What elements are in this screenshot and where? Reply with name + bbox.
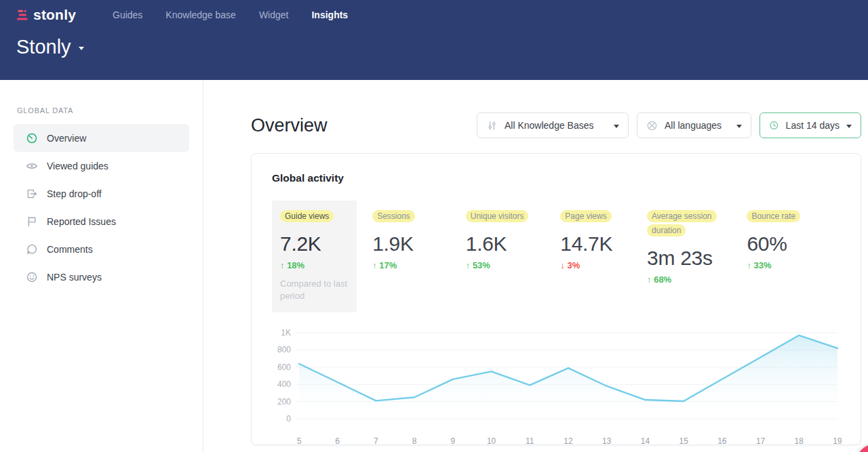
svg-text:600: 600 [277, 363, 291, 372]
date-range-dropdown[interactable]: Last 14 days [760, 112, 861, 138]
metric-page-views[interactable]: Page views 14.7K ↓ 3% [560, 201, 647, 270]
nav-item-knowledge-base[interactable]: Knowledge base [165, 9, 236, 20]
sidebar-item-nps-surveys[interactable]: NPS surveys [14, 263, 189, 291]
metric-unique-visitors[interactable]: Unique visitors 1.6K ↑ 53% [466, 201, 561, 270]
metric-delta: ↓ 3% [560, 260, 647, 270]
metric-value: 1.9K [372, 232, 466, 255]
svg-text:0: 0 [286, 414, 291, 424]
svg-text:6: 6 [335, 436, 340, 446]
svg-text:10: 10 [487, 436, 496, 446]
page-title: Overview [251, 115, 328, 136]
nav-item-widget[interactable]: Widget [259, 9, 289, 20]
svg-text:200: 200 [277, 397, 291, 407]
svg-text:11: 11 [526, 436, 534, 446]
nav-item-guides[interactable]: Guides [113, 9, 142, 20]
eye-icon [26, 160, 38, 172]
clock-icon [769, 119, 779, 131]
metric-label: Guide views [280, 210, 334, 222]
globe-icon [646, 120, 658, 131]
sidebar-item-label: Comments [47, 244, 93, 255]
svg-text:19: 19 [833, 436, 842, 446]
metric-delta: ↑ 18% [280, 260, 350, 270]
svg-text:15: 15 [679, 436, 688, 446]
stonly-logo[interactable]: stonly [16, 7, 96, 23]
svg-text:1K: 1K [281, 328, 291, 337]
svg-text:14: 14 [641, 436, 650, 446]
metric-delta: ↑ 33% [747, 260, 840, 270]
sidebar-item-label: Viewed guides [47, 161, 108, 171]
metric-delta: ↑ 68% [647, 274, 747, 285]
filters: All Knowledge Bases All languages [477, 112, 861, 138]
trend-arrow-icon: ↓ [560, 260, 565, 270]
top-header: stonly Guides Knowledge base Widget Insi… [0, 0, 868, 80]
sidebar-item-label: Step drop-off [47, 188, 102, 199]
logo-text: stonly [33, 7, 76, 23]
metric-label: Sessions [372, 210, 415, 222]
knowledge-base-filter-dropdown[interactable]: All Knowledge Bases [477, 112, 629, 138]
sidebar-item-label: Reported Issues [47, 216, 116, 227]
svg-text:8: 8 [412, 436, 417, 446]
trend-arrow-icon: ↑ [647, 274, 652, 285]
svg-text:12: 12 [564, 436, 573, 446]
sidebar-section-label: GLOBAL DATA [14, 106, 189, 115]
step-exit-icon [26, 188, 38, 200]
svg-text:400: 400 [277, 379, 291, 389]
trend-arrow-icon: ↑ [372, 260, 377, 270]
card-title: Global activity [272, 172, 840, 184]
svg-text:5: 5 [297, 436, 302, 446]
main-content: Overview All Knowledge Bases [203, 80, 868, 452]
comment-icon [26, 243, 38, 255]
sidebar: GLOBAL DATA Overview Viewed guides [0, 80, 203, 452]
workspace-switcher[interactable]: Stonly [16, 36, 868, 58]
stonly-logo-icon [16, 9, 29, 22]
metric-guide-views[interactable]: Guide views 7.2K ↑ 18% Compared to last … [272, 201, 357, 312]
top-nav: Guides Knowledge base Widget Insights [113, 9, 348, 20]
metric-value: 1.6K [466, 232, 561, 255]
metric-average-session-duration[interactable]: Average session duration 3m 23s ↑ 68% [647, 201, 747, 285]
metric-label: Unique visitors [466, 210, 529, 222]
chevron-down-icon [846, 125, 852, 128]
trend-arrow-icon: ↑ [466, 260, 471, 270]
svg-text:7: 7 [374, 436, 378, 446]
sidebar-item-comments[interactable]: Comments [14, 235, 189, 263]
metric-bounce-rate[interactable]: Bounce rate 60% ↑ 33% [747, 201, 840, 270]
sidebar-item-reported-issues[interactable]: Reported Issues [14, 207, 189, 235]
sidebar-list: Overview Viewed guides Step drop-off [14, 124, 189, 291]
sliders-icon [486, 120, 498, 131]
metric-label: Average session duration [647, 210, 717, 237]
svg-text:16: 16 [717, 436, 727, 446]
metric-label: Page views [560, 210, 611, 222]
filter-label: All Knowledge Bases [505, 120, 607, 131]
sidebar-item-label: NPS surveys [47, 272, 102, 283]
trend-arrow-icon: ↑ [747, 260, 751, 270]
nav-item-insights[interactable]: Insights [311, 9, 348, 20]
sidebar-item-step-drop-off[interactable]: Step drop-off [14, 180, 189, 207]
language-filter-dropdown[interactable]: All languages [637, 112, 751, 138]
chart-area: 02004006008001K5678910111213141516171819 [272, 323, 840, 452]
svg-text:18: 18 [795, 436, 804, 446]
metric-value: 14.7K [560, 232, 647, 255]
metric-value: 3m 23s [647, 247, 747, 270]
sidebar-item-label: Overview [47, 133, 86, 144]
flag-icon [26, 215, 38, 228]
svg-text:13: 13 [602, 436, 612, 446]
chevron-down-icon [614, 125, 619, 128]
metric-delta: ↑ 17% [372, 260, 466, 270]
global-activity-card: Global activity Guide views 7.2K ↑ 18% C… [251, 153, 861, 445]
filter-label: All languages [665, 120, 730, 131]
global-activity-chart: 02004006008001K5678910111213141516171819 [272, 323, 842, 449]
metric-value: 60% [747, 232, 840, 255]
metric-sessions[interactable]: Sessions 1.9K ↑ 17% [372, 201, 466, 270]
chevron-down-icon [79, 47, 84, 50]
svg-text:9: 9 [451, 436, 456, 446]
smiley-icon [26, 271, 38, 283]
trend-arrow-icon: ↑ [280, 260, 285, 270]
sidebar-item-viewed-guides[interactable]: Viewed guides [14, 152, 189, 180]
svg-text:800: 800 [277, 345, 291, 354]
metric-delta: ↑ 53% [466, 260, 561, 270]
svg-text:17: 17 [756, 436, 766, 446]
metric-value: 7.2K [280, 232, 350, 255]
sidebar-item-overview[interactable]: Overview [14, 124, 189, 152]
filter-label: Last 14 days [786, 120, 840, 131]
workspace-title: Stonly [16, 36, 71, 58]
